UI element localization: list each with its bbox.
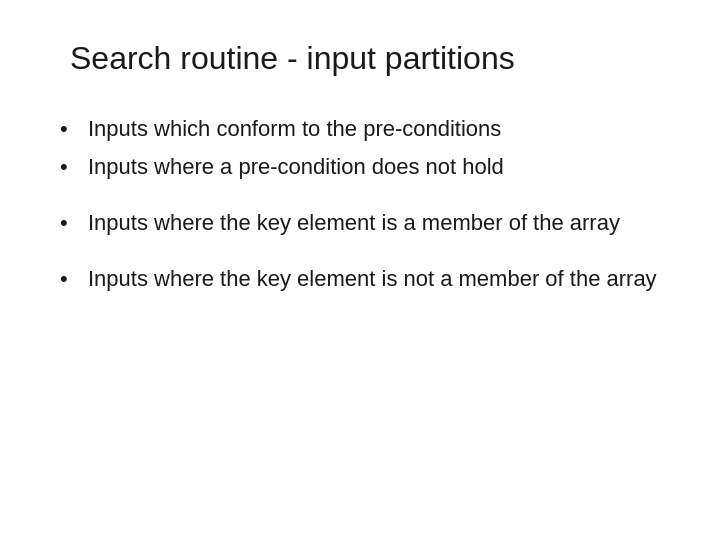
bullet-text-2: Inputs where a pre-condition does not ho… [88,151,660,183]
bullet-text-4: Inputs where the key element is not a me… [88,263,660,295]
bullet-dot-4: • [60,263,88,295]
bullet-item-3: • Inputs where the key element is a memb… [60,207,660,239]
bullet-dot-3: • [60,207,88,239]
bullet-dot-2: • [60,151,88,183]
bullet-item-2: • Inputs where a pre-condition does not … [60,151,660,183]
slide: Search routine - input partitions • Inpu… [0,0,720,540]
bullet-list: • Inputs which conform to the pre-condit… [60,113,660,301]
bullet-item-4: • Inputs where the key element is not a … [60,263,660,295]
bullet-text-1: Inputs which conform to the pre-conditio… [88,113,660,145]
bullet-dot-1: • [60,113,88,145]
slide-title: Search routine - input partitions [70,40,660,77]
bullet-text-3: Inputs where the key element is a member… [88,207,660,239]
bullet-item-1: • Inputs which conform to the pre-condit… [60,113,660,145]
